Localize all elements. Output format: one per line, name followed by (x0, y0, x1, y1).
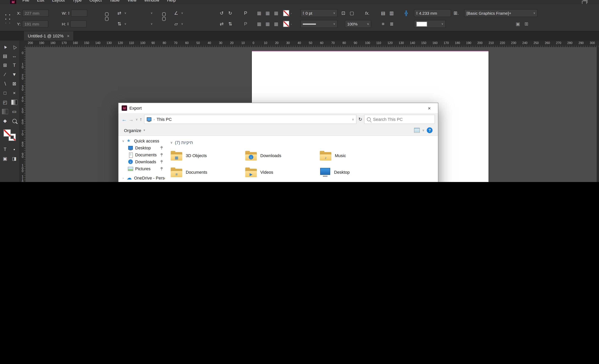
fill-stroke-indicator[interactable] (3, 129, 16, 141)
rotation-angle-dropdown-icon[interactable]: ∨ (181, 12, 183, 15)
tool-scissors-tool[interactable]: × (10, 88, 19, 98)
stroke-color-swatch[interactable] (283, 10, 289, 16)
folder-item-desktop[interactable]: Desktop (319, 164, 393, 180)
menu-type[interactable]: Type (72, 0, 82, 3)
view-mode-dropdown-icon[interactable]: ∨ (422, 129, 424, 132)
opacity-flyout-icon[interactable]: › (368, 23, 369, 25)
tool-direct-selection-tool[interactable]: △ (10, 42, 19, 51)
ruler-origin-corner[interactable] (19, 41, 26, 47)
tool-pen-tool[interactable]: ▼ (10, 70, 19, 79)
w-field[interactable] (71, 10, 87, 17)
recent-locations-icon[interactable]: ∨ (136, 118, 138, 121)
help-icon[interactable]: ? (427, 127, 432, 133)
select-content-icon[interactable]: P (242, 21, 249, 27)
distribute-icon[interactable]: ▦ (256, 21, 263, 27)
refresh-icon[interactable]: ↻ (358, 117, 362, 122)
align-justify-icon[interactable]: ≣ (388, 21, 395, 27)
object-style-dropdown-icon[interactable]: ∨ (533, 12, 535, 15)
constrain-scale-icon[interactable] (162, 12, 166, 21)
folder-item-downloads[interactable]: ↓Downloads (244, 147, 319, 164)
scale-x-menu-icon[interactable]: ∨ (151, 12, 153, 15)
tool-rectangle-tool[interactable]: □ (0, 88, 10, 98)
search-box[interactable]: Search This PC (364, 115, 435, 124)
scale-x-icon[interactable]: ⇄ (116, 10, 123, 16)
menu-help[interactable]: Help (167, 0, 176, 3)
arrange-front-icon[interactable]: ▦ (273, 10, 280, 16)
address-dropdown-icon[interactable]: ∨ (352, 118, 354, 121)
align-icon[interactable]: ▦ (264, 21, 271, 27)
menu-table[interactable]: Table (109, 0, 120, 3)
folder-item-music[interactable]: ♪Music (319, 147, 393, 164)
tool-gradient-feather-tool[interactable] (0, 107, 10, 116)
tool-zoom-tool[interactable] (10, 116, 19, 125)
organize-button[interactable]: Organize (124, 128, 141, 133)
folder-item-videos[interactable]: ▶Videos (244, 164, 319, 180)
tool-page-tool[interactable]: ▤ (0, 51, 10, 61)
preview-page-icon[interactable]: ⊞ (523, 21, 530, 27)
tool-gap-tool[interactable]: ↔ (10, 51, 19, 61)
menu-file[interactable]: File (22, 0, 29, 3)
folder-item-pictures[interactable]: ◪Pictures (169, 181, 244, 182)
arrange-send-backward-icon[interactable]: ▦ (264, 10, 271, 16)
h-stepper[interactable]: ▴▾ (67, 22, 69, 26)
sidebar-item-desktop[interactable]: Desktop (119, 144, 165, 151)
scale-x-dropdown-icon[interactable]: ∨ (124, 12, 126, 15)
w-stepper[interactable]: ▴▾ (68, 11, 69, 15)
y-field[interactable]: 191 mm (22, 20, 48, 27)
select-container-icon[interactable]: P (242, 10, 249, 16)
folder-item-3d-objects[interactable]: ▦3D Objects (169, 147, 244, 164)
shear-angle-dropdown-icon[interactable]: ∨ (181, 22, 183, 26)
arrange-bring-forward-icon[interactable]: ▦ (256, 10, 263, 16)
sidebar-chevron-icon[interactable]: › (122, 176, 125, 180)
vertical-ruler[interactable]: 01 02 03 04 05 06 07 08 09 01 0 01 1 01 … (19, 47, 26, 182)
tool-content-collector-tool[interactable]: ⊞ (0, 61, 10, 70)
scale-y-icon[interactable]: ⇅ (116, 21, 123, 27)
menu-view[interactable]: View (127, 0, 136, 3)
sidebar-item-quick-access[interactable]: ∨Quick access (119, 138, 165, 144)
breadcrumb-chevron-icon[interactable]: › (154, 118, 155, 121)
menu-edit[interactable]: Edit (37, 0, 44, 3)
fill-color-swatch[interactable] (283, 21, 289, 27)
tool-type-tool[interactable]: T (10, 61, 19, 70)
tool-line-tool[interactable]: ∕ (0, 70, 10, 79)
organize-dropdown-icon[interactable]: ▾ (143, 129, 145, 132)
flip-horizontal-icon[interactable]: ⇄ (218, 21, 225, 27)
effects-icon[interactable]: fx. (364, 10, 371, 16)
panel-dock-strip[interactable] (597, 47, 599, 182)
frame-fitting-icon[interactable]: ╬ (403, 10, 410, 16)
dialog-close-icon[interactable]: × (421, 103, 438, 113)
preview-mode-icon[interactable]: ◨ (10, 154, 19, 163)
rotate-cw-icon[interactable]: ↻ (227, 10, 234, 16)
breadcrumb-location[interactable]: This PC (157, 117, 172, 121)
text-wrap-off-icon[interactable]: ▤ (380, 10, 387, 16)
menu-object[interactable]: Object (89, 0, 102, 3)
tool-pencil-tool[interactable]: ∖ (0, 79, 10, 88)
formatting-affects-text-icon[interactable]: T (0, 145, 10, 154)
align-left-icon[interactable]: ≡ (380, 21, 387, 27)
normal-view-mode-icon[interactable]: ▣ (0, 154, 10, 163)
sidebar-item-onedrive-personal[interactable]: ›OneDrive - Personal (119, 174, 165, 182)
view-mode-icon[interactable] (414, 128, 420, 133)
back-icon[interactable]: ← (122, 116, 127, 122)
reference-point-grid[interactable] (3, 12, 13, 23)
restore-window-icon[interactable] (582, 1, 587, 4)
object-style-combo[interactable]: [Basic Graphics Frame]+ ∨ (464, 9, 537, 17)
flip-vertical-icon[interactable]: ⇅ (227, 21, 234, 27)
horizontal-ruler[interactable]: 2001901801701601501401301201101009080706… (26, 41, 599, 47)
dialog-title-bar[interactable]: Id Export × (119, 103, 438, 113)
document-tab[interactable]: Untitled-1 @ 102% × (24, 31, 74, 41)
menu-window[interactable]: Window (144, 0, 159, 3)
stroke-type-dropdown-icon[interactable]: ∨ (333, 22, 335, 26)
constrain-dimensions-icon[interactable] (105, 12, 108, 21)
breadcrumb[interactable]: › This PC ∨ (144, 115, 356, 124)
frame-fill-dropdown-icon[interactable]: ∨ (441, 22, 443, 26)
folders-group-chevron-icon[interactable]: ∨ (170, 141, 173, 144)
stroke-type-combo[interactable]: ∨ (300, 20, 337, 28)
forward-icon[interactable]: → (129, 116, 134, 122)
corner-shape-icon[interactable]: ▢ (348, 10, 355, 16)
preview-spread-icon[interactable]: ▣ (514, 21, 521, 27)
folders-group-header[interactable]: ∨ תיקיות (7) (170, 140, 438, 145)
sidebar-item-pictures[interactable]: Pictures (119, 165, 165, 172)
sidebar-item-documents[interactable]: Documents (119, 151, 165, 158)
frame-fill-swatch-combo[interactable]: ∨ (414, 20, 446, 28)
